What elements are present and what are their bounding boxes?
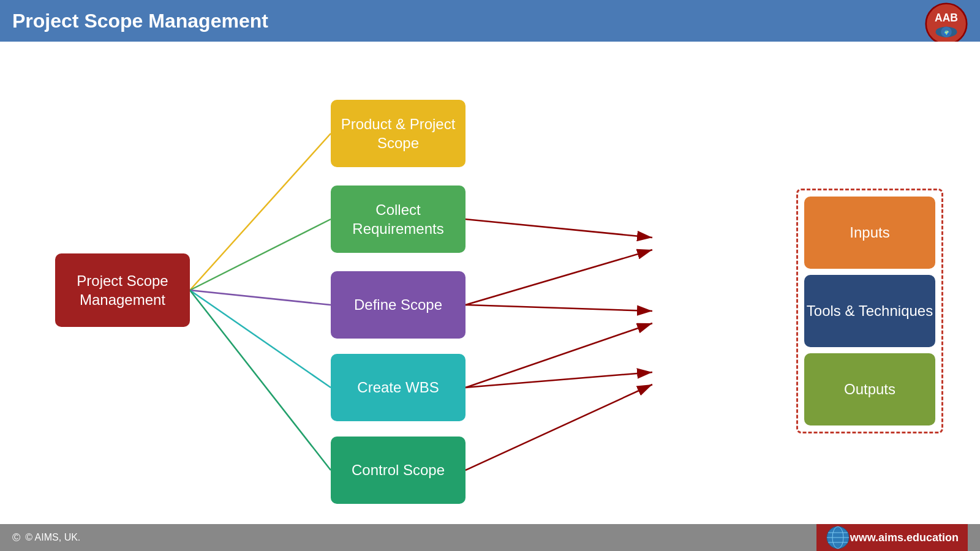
svg-text:🌍: 🌍 — [944, 30, 949, 36]
cs-label: Control Scope — [352, 460, 445, 479]
cwbs-box: Create WBS — [331, 354, 466, 421]
pps-label: Product & Project Scope — [337, 114, 459, 152]
svg-point-0 — [926, 4, 967, 45]
cr-box: Collect Requirements — [331, 186, 466, 253]
svg-text:AAB: AAB — [935, 12, 958, 24]
right-panel: Inputs Tools & Techniques Outputs — [796, 189, 943, 433]
tt-label: Tools & Techniques — [807, 302, 933, 320]
footer: © © AIMS, UK. www.aims.education — [0, 524, 980, 551]
cs-box: Control Scope — [331, 437, 466, 504]
svg-line-9 — [190, 290, 331, 470]
svg-line-10 — [466, 219, 652, 238]
logo-icon: AAB 🌍 — [925, 2, 968, 45]
footer-brand: www.aims.education — [816, 524, 968, 551]
header: Project Scope Management AAB 🌍 — [0, 0, 980, 42]
svg-line-11 — [466, 250, 652, 305]
outputs-label: Outputs — [844, 381, 895, 398]
svg-line-12 — [466, 305, 652, 311]
psm-box: Project Scope Management — [55, 253, 190, 327]
page-title: Project Scope Management — [12, 10, 268, 32]
globe-icon — [826, 525, 850, 550]
ds-box: Define Scope — [331, 271, 466, 339]
pps-box: Product & Project Scope — [331, 100, 466, 167]
ds-label: Define Scope — [354, 295, 442, 314]
inputs-label: Inputs — [850, 224, 889, 241]
svg-line-13 — [466, 323, 652, 388]
svg-line-7 — [190, 290, 331, 305]
svg-line-5 — [190, 133, 331, 290]
outputs-box: Outputs — [804, 353, 935, 425]
psm-label: Project Scope Management — [61, 271, 184, 309]
cr-label: Collect Requirements — [337, 200, 459, 238]
main-content: Project Scope Management Product & Proje… — [0, 42, 980, 551]
footer-url: www.aims.education — [850, 531, 959, 544]
cwbs-label: Create WBS — [357, 378, 439, 397]
svg-line-6 — [190, 219, 331, 290]
footer-copyright-text: © AIMS, UK. — [25, 532, 80, 543]
inputs-box: Inputs — [804, 197, 935, 269]
svg-line-8 — [190, 290, 331, 388]
svg-line-15 — [466, 384, 652, 470]
footer-copyright: © © AIMS, UK. — [12, 531, 80, 544]
svg-line-14 — [466, 372, 652, 388]
tt-box: Tools & Techniques — [804, 275, 935, 347]
